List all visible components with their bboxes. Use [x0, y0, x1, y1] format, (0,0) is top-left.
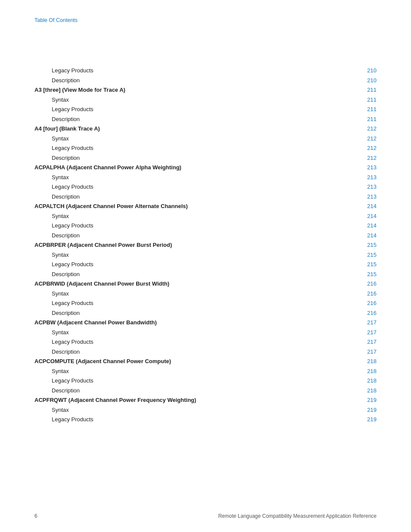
- toc-row: Description212: [34, 154, 377, 162]
- toc-entry-label[interactable]: Syntax: [34, 212, 69, 221]
- toc-entry-label[interactable]: Legacy Products: [34, 183, 93, 191]
- toc-entry-page[interactable]: 211: [364, 86, 377, 94]
- toc-entry-page[interactable]: 211: [364, 105, 377, 114]
- toc-entry-page[interactable]: 213: [364, 173, 377, 182]
- toc-entry-page[interactable]: 218: [364, 376, 377, 385]
- toc-entry-page[interactable]: 211: [364, 115, 377, 124]
- toc-entry-page[interactable]: 215: [364, 260, 377, 269]
- toc-row: Syntax217: [34, 328, 377, 337]
- toc-entry-label[interactable]: ACPFRQWT (Adjacent Channel Power Frequen…: [34, 396, 196, 404]
- toc-entry-label[interactable]: ACPALTCH (Adjacent Channel Power Alterna…: [34, 202, 188, 211]
- toc-row: Legacy Products215: [34, 260, 377, 269]
- toc-row: Description215: [34, 270, 377, 279]
- toc-entry-label[interactable]: Legacy Products: [34, 260, 93, 269]
- toc-entry-label[interactable]: Syntax: [34, 367, 69, 376]
- toc-row: ACPFRQWT (Adjacent Channel Power Frequen…: [34, 396, 377, 404]
- toc-entry-label[interactable]: Syntax: [34, 328, 69, 337]
- toc-entry-label[interactable]: ACPBRPER (Adjacent Channel Power Burst P…: [34, 241, 172, 249]
- toc-entry-page[interactable]: 211: [364, 96, 377, 104]
- toc-entry-label[interactable]: Description: [34, 115, 80, 124]
- toc-entry-label[interactable]: Syntax: [34, 96, 69, 104]
- toc-entry-page[interactable]: 219: [364, 396, 377, 404]
- toc-entry-label[interactable]: ACPBRWID (Adjacent Channel Power Burst W…: [34, 280, 169, 288]
- toc-entry-page[interactable]: 218: [364, 386, 377, 395]
- footer-title: Remote Language Compatibility Measuremen…: [218, 513, 377, 519]
- toc-entry-label[interactable]: Description: [34, 348, 80, 356]
- toc-entry-label[interactable]: A4 [four] (Blank Trace A): [34, 124, 100, 133]
- toc-entry-label[interactable]: Legacy Products: [34, 415, 93, 424]
- toc-entry-page[interactable]: 210: [364, 66, 377, 75]
- toc-entry-label[interactable]: Description: [34, 193, 80, 201]
- toc-entry-page[interactable]: 212: [364, 124, 377, 133]
- toc-row: Description217: [34, 348, 377, 356]
- toc-row: A4 [four] (Blank Trace A)212: [34, 124, 377, 133]
- toc-entry-label[interactable]: Description: [34, 386, 80, 395]
- toc-entry-page[interactable]: 216: [364, 289, 377, 298]
- toc-entry-page[interactable]: 212: [364, 134, 377, 143]
- toc-entry-label[interactable]: Description: [34, 309, 80, 317]
- toc-entry-label[interactable]: Syntax: [34, 251, 69, 259]
- toc-entry-page[interactable]: 215: [364, 270, 377, 279]
- toc-entry-label[interactable]: Syntax: [34, 134, 69, 143]
- toc-row: Legacy Products211: [34, 105, 377, 114]
- toc-entry-label[interactable]: Description: [34, 231, 80, 240]
- toc-entry-page[interactable]: 218: [364, 367, 377, 376]
- toc-entry-label[interactable]: Legacy Products: [34, 376, 93, 385]
- toc-entry-page[interactable]: 212: [364, 144, 377, 152]
- toc-entry-label[interactable]: Legacy Products: [34, 105, 93, 114]
- toc-entry-page[interactable]: 216: [364, 309, 377, 317]
- toc-row: Description218: [34, 386, 377, 395]
- toc-entry-page[interactable]: 217: [364, 338, 377, 346]
- toc-entry-label[interactable]: Syntax: [34, 289, 69, 298]
- toc-entry-label[interactable]: Description: [34, 76, 80, 85]
- toc-row: Syntax214: [34, 212, 377, 221]
- toc-row: ACPALPHA (Adjacent Channel Power Alpha W…: [34, 163, 377, 172]
- toc-entry-page[interactable]: 214: [364, 202, 377, 211]
- toc-row: Description211: [34, 115, 377, 124]
- toc-entry-page[interactable]: 210: [364, 76, 377, 85]
- toc-row: Legacy Products212: [34, 144, 377, 152]
- toc-entry-label[interactable]: Syntax: [34, 406, 69, 414]
- toc-entry-page[interactable]: 214: [364, 212, 377, 221]
- toc-entry-label[interactable]: Syntax: [34, 173, 69, 182]
- toc-entry-page[interactable]: 216: [364, 280, 377, 288]
- toc-entry-page[interactable]: 217: [364, 348, 377, 356]
- toc-entry-page[interactable]: 219: [364, 406, 377, 414]
- toc-entry-label[interactable]: Legacy Products: [34, 221, 93, 230]
- toc-row: ACPALTCH (Adjacent Channel Power Alterna…: [34, 202, 377, 211]
- toc-row: A3 [three] (View Mode for Trace A)211: [34, 86, 377, 94]
- toc-row: Syntax216: [34, 289, 377, 298]
- toc-entry-page[interactable]: 218: [364, 357, 377, 366]
- toc-entry-page[interactable]: 217: [364, 328, 377, 337]
- toc-entry-page[interactable]: 216: [364, 299, 377, 308]
- toc-entry-label[interactable]: A3 [three] (View Mode for Trace A): [34, 86, 125, 94]
- toc-entry-label[interactable]: ACPCOMPUTE (Adjacent Channel Power Compu…: [34, 357, 171, 366]
- page: Table Of Contents Legacy Products210Desc…: [0, 0, 411, 532]
- toc-row: Syntax211: [34, 96, 377, 104]
- toc-row: Legacy Products217: [34, 338, 377, 346]
- toc-entry-label[interactable]: Legacy Products: [34, 299, 93, 308]
- toc-entry-page[interactable]: 214: [364, 221, 377, 230]
- toc-row: ACPBRWID (Adjacent Channel Power Burst W…: [34, 280, 377, 288]
- toc-row: Legacy Products214: [34, 221, 377, 230]
- toc-entry-label[interactable]: ACPBW (Adjacent Channel Power Bandwidth): [34, 318, 157, 327]
- toc-entry-label[interactable]: Description: [34, 154, 80, 162]
- toc-entry-page[interactable]: 212: [364, 154, 377, 162]
- toc-entry-page[interactable]: 213: [364, 183, 377, 191]
- toc-entry-page[interactable]: 214: [364, 231, 377, 240]
- toc-row: Description216: [34, 309, 377, 317]
- footer: 6 Remote Language Compatibility Measurem…: [0, 513, 411, 519]
- toc-entry-label[interactable]: Description: [34, 270, 80, 279]
- toc-entry-label[interactable]: Legacy Products: [34, 144, 93, 152]
- toc-link[interactable]: Table Of Contents: [34, 17, 377, 23]
- footer-page-number: 6: [34, 513, 37, 519]
- toc-entry-page[interactable]: 213: [364, 193, 377, 201]
- toc-entry-label[interactable]: ACPALPHA (Adjacent Channel Power Alpha W…: [34, 163, 181, 172]
- toc-entry-page[interactable]: 215: [364, 251, 377, 259]
- toc-entry-page[interactable]: 217: [364, 318, 377, 327]
- toc-entry-page[interactable]: 219: [364, 415, 377, 424]
- toc-entry-label[interactable]: Legacy Products: [34, 66, 93, 75]
- toc-entry-label[interactable]: Legacy Products: [34, 338, 93, 346]
- toc-entry-page[interactable]: 213: [364, 163, 377, 172]
- toc-entry-page[interactable]: 215: [364, 241, 377, 249]
